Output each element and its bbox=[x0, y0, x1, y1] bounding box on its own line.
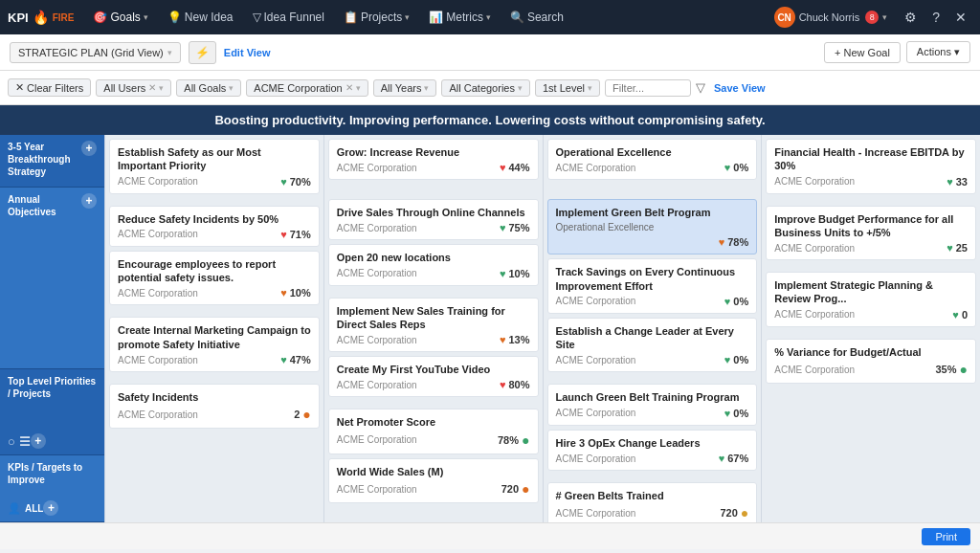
filter-icon[interactable]: ▽ bbox=[696, 80, 705, 95]
card-footer: ♥ 78% bbox=[556, 236, 749, 248]
toplevel-row-operational: Launch Green Belt Training Program ACME … bbox=[544, 384, 762, 471]
sidebar-toplevel: Top Level Priorities / Projects ○ ☰ + bbox=[0, 369, 104, 455]
card-footer: ACME Corporation ♥ 80% bbox=[337, 379, 530, 390]
card-footer: ACME Corporation 2 ● bbox=[118, 407, 311, 422]
categories-filter[interactable]: All Categories ▾ bbox=[441, 79, 529, 97]
all-goals-filter[interactable]: All Goals ▾ bbox=[176, 79, 241, 97]
card-revenue-toplevel-0[interactable]: Implement New Sales Training for Direct … bbox=[328, 298, 539, 353]
breakthrough-row-operational: Operational Excellence ACME Corporation … bbox=[544, 139, 762, 191]
banner: Boosting productivity. Improving perform… bbox=[0, 105, 980, 135]
card-revenue-breakthrough[interactable]: Grow: Increase Revenue ACME Corporation … bbox=[328, 139, 539, 180]
card-title: Drive Sales Through Online Channels bbox=[337, 206, 530, 219]
kpis-add-btn[interactable]: + bbox=[43, 500, 58, 516]
kpis-bottom: 👤 ALL bbox=[8, 502, 43, 515]
card-safety-annual-0[interactable]: Reduce Safety Incidents by 50% ACME Corp… bbox=[109, 206, 320, 247]
years-filter[interactable]: All Years ▾ bbox=[373, 79, 437, 97]
card-safety-breakthrough[interactable]: Establish Safety as our Most Important P… bbox=[109, 139, 320, 194]
card-org: ACME Corporation bbox=[774, 365, 855, 375]
projects-label: Projects bbox=[361, 11, 402, 24]
all-goals-chevron: ▾ bbox=[229, 83, 234, 93]
card-org: ACME Corporation bbox=[556, 163, 636, 173]
card-title: Improve Budget Performance for all Busin… bbox=[774, 212, 968, 240]
view-selector[interactable]: STRATEGIC PLAN (Grid View) ▾ bbox=[10, 42, 181, 63]
card-org: ACME Corporation bbox=[556, 453, 636, 464]
card-title: Net Promoter Score bbox=[337, 415, 530, 429]
card-org: ACME Corporation bbox=[337, 380, 417, 390]
nav-idea-funnel[interactable]: ▽ Idea Funnel bbox=[245, 7, 332, 28]
filter-input[interactable] bbox=[605, 79, 691, 97]
level-filter[interactable]: 1st Level ▾ bbox=[535, 79, 600, 97]
help-icon[interactable]: ? bbox=[926, 6, 946, 29]
print-button[interactable]: Print bbox=[922, 528, 970, 545]
corporation-filter[interactable]: ACME Corporation ✕ ▾ bbox=[246, 79, 368, 97]
kpis-row-operational: # Green Belts Trained ACME Corporation 7… bbox=[544, 482, 762, 522]
card-title: Create My First YouTube Video bbox=[337, 363, 530, 376]
circle-icon: ○ bbox=[8, 434, 15, 449]
card-revenue-kpi-1[interactable]: World Wide Sales (M) ACME Corporation 72… bbox=[328, 458, 539, 503]
card-org: ACME Corporation bbox=[118, 176, 198, 187]
all-label: ALL bbox=[25, 503, 43, 514]
corp-remove[interactable]: ✕ bbox=[345, 82, 353, 93]
all-goals-label: All Goals bbox=[184, 82, 226, 94]
card-footer: ACME Corporation ♥ 10% bbox=[118, 287, 311, 299]
all-users-filter[interactable]: All Users ✕ ▾ bbox=[96, 79, 171, 97]
annual-add-btn[interactable]: + bbox=[81, 193, 97, 209]
nav-metrics[interactable]: 📊 Metrics ▾ bbox=[421, 7, 499, 28]
card-operational-toplevel-1[interactable]: Hire 3 OpEx Change Leaders ACME Corporat… bbox=[547, 430, 758, 471]
filter-toggle-btn[interactable]: ⚡ bbox=[189, 41, 216, 64]
new-goal-button[interactable]: + New Goal bbox=[824, 42, 901, 63]
years-chevron: ▾ bbox=[424, 83, 429, 93]
breakthrough-add-btn[interactable]: + bbox=[81, 141, 97, 156]
card-revenue-annual-0[interactable]: Drive Sales Through Online Channels ACME… bbox=[328, 199, 539, 240]
card-safety-kpi-0[interactable]: Safety Incidents ACME Corporation 2 ● bbox=[109, 384, 320, 429]
edit-view-link[interactable]: Edit View bbox=[224, 47, 271, 58]
card-operational-toplevel-0[interactable]: Launch Green Belt Training Program ACME … bbox=[547, 384, 758, 425]
card-metric: ♥ 13% bbox=[500, 334, 530, 345]
card-operational-annual-0[interactable]: Implement Green Belt Program Operational… bbox=[547, 199, 758, 254]
metric-value: 720 bbox=[720, 507, 737, 519]
nav-projects[interactable]: 📋 Projects ▾ bbox=[336, 7, 417, 28]
sidebar: 3-5 Year Breakthrough Strategy + Annual … bbox=[0, 135, 105, 522]
col-revenue: Grow: Increase Revenue ACME Corporation … bbox=[324, 135, 544, 522]
banner-text: Boosting productivity. Improving perform… bbox=[214, 113, 765, 127]
heart-icon: ♥ bbox=[500, 222, 506, 233]
list-icon: ☰ bbox=[19, 434, 31, 449]
card-financial-breakthrough[interactable]: Financial Health - Increase EBITDA by 30… bbox=[766, 139, 976, 194]
card-financial-kpi-0[interactable]: % Variance for Budget/Actual ACME Corpor… bbox=[766, 339, 976, 384]
nav-new-idea[interactable]: 💡 New Idea bbox=[160, 7, 241, 28]
card-operational-kpi-0[interactable]: # Green Belts Trained ACME Corporation 7… bbox=[547, 482, 758, 522]
nav-search[interactable]: 🔍 Search bbox=[502, 7, 571, 28]
card-safety-annual-1[interactable]: Encourage employees to report potential … bbox=[109, 251, 320, 306]
card-operational-annual-1[interactable]: Track Savings on Every Continuous Improv… bbox=[547, 258, 758, 314]
close-icon[interactable]: ✕ bbox=[949, 6, 972, 29]
toplevel-add-btn[interactable]: + bbox=[31, 433, 46, 449]
user-menu[interactable]: CN Chuck Norris 8 ▾ bbox=[767, 3, 896, 32]
logo-text: KPI bbox=[8, 11, 29, 25]
nav-goals[interactable]: 🎯 Goals ▾ bbox=[85, 7, 155, 28]
card-revenue-kpi-0[interactable]: Net Promoter Score ACME Corporation 78% … bbox=[328, 409, 539, 453]
all-users-remove[interactable]: ✕ bbox=[148, 82, 156, 93]
card-safety-toplevel-0[interactable]: Create Internal Marketing Campaign to pr… bbox=[109, 317, 320, 372]
save-view-link[interactable]: Save View bbox=[714, 82, 766, 94]
heart-icon: ♥ bbox=[280, 229, 287, 240]
heart-icon: ♥ bbox=[724, 354, 731, 365]
card-revenue-annual-1[interactable]: Open 20 new locations ACME Corporation ♥… bbox=[328, 244, 539, 285]
actions-button[interactable]: Actions ▾ bbox=[906, 41, 970, 63]
col-operational: Operational Excellence ACME Corporation … bbox=[544, 135, 763, 522]
card-operational-annual-2[interactable]: Establish a Change Leader at Every Site … bbox=[547, 318, 758, 373]
card-financial-annual-0[interactable]: Improve Budget Performance for all Busin… bbox=[766, 206, 976, 261]
card-title: Create Internal Marketing Campaign to pr… bbox=[118, 323, 311, 351]
clear-filters-btn[interactable]: ✕ Clear Filters bbox=[8, 78, 91, 97]
card-title: Establish Safety as our Most Important P… bbox=[118, 145, 311, 173]
gear-icon[interactable]: ⚙ bbox=[899, 6, 923, 29]
card-org: ACME Corporation bbox=[118, 355, 198, 365]
card-footer: ACME Corporation ♥ 71% bbox=[118, 229, 311, 240]
card-operational-breakthrough[interactable]: Operational Excellence ACME Corporation … bbox=[547, 139, 758, 180]
card-revenue-toplevel-1[interactable]: Create My First YouTube Video ACME Corpo… bbox=[328, 356, 539, 397]
card-org: ACME Corporation bbox=[337, 223, 417, 233]
card-financial-toplevel-0[interactable]: Implement Strategic Planning & Review Pr… bbox=[766, 272, 976, 327]
card-title: Implement New Sales Training for Direct … bbox=[337, 304, 530, 332]
logo: KPI 🔥 FIRE bbox=[8, 10, 74, 25]
toplevel-label: Top Level Priorities / Projects bbox=[8, 375, 97, 433]
card-org: ACME Corporation bbox=[774, 309, 855, 320]
